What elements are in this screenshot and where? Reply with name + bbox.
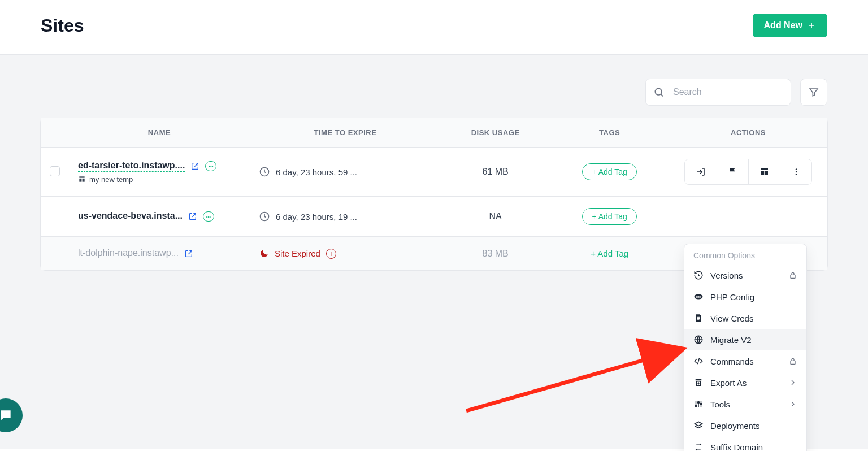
menu-item-versions[interactable]: Versions — [684, 264, 806, 286]
col-time: TIME TO EXPIRE — [250, 118, 441, 148]
menu-item-label: Tools — [710, 400, 730, 409]
chevron-right-icon — [788, 400, 797, 409]
page-title: Sites — [41, 15, 84, 36]
layout-icon — [760, 167, 770, 177]
menu-item-migrate-v2[interactable]: Migrate V2 — [684, 329, 806, 350]
filter-icon — [808, 86, 819, 98]
svg-rect-3 — [83, 179, 85, 182]
code-icon — [693, 356, 704, 366]
site-name-link[interactable]: us-vendace-beva.insta... — [78, 211, 183, 222]
template-icon — [78, 175, 86, 183]
svg-point-9 — [795, 171, 796, 172]
clock-icon — [259, 211, 270, 222]
svg-rect-12 — [791, 275, 795, 278]
disk-value: 61 MB — [482, 167, 508, 176]
svg-rect-15 — [697, 317, 700, 318]
menu-item-label: Commands — [710, 357, 754, 366]
add-tag-button[interactable]: + Add Tag — [591, 249, 628, 258]
time-value: 6 day, 23 hours, 59 ... — [276, 167, 357, 177]
table-row: ed-tarsier-teto.instawp.... ••• my new t… — [41, 148, 827, 197]
site-name-link[interactable]: lt-dolphin-nape.instawp... — [78, 248, 179, 259]
menu-header: Common Options — [684, 244, 806, 264]
doc-icon — [693, 313, 704, 323]
more-button[interactable] — [780, 159, 811, 184]
lock-icon — [788, 271, 797, 280]
menu-item-label: Versions — [710, 271, 743, 280]
col-disk: DISK USAGE — [441, 118, 550, 148]
menu-item-php-config[interactable]: phpPHP Config — [684, 286, 806, 307]
comment-icon[interactable]: ••• — [203, 211, 214, 222]
more-vertical-icon — [791, 167, 801, 177]
external-link-icon[interactable] — [188, 212, 197, 221]
svg-rect-16 — [697, 318, 700, 319]
info-icon[interactable]: i — [326, 249, 336, 259]
chevron-right-icon — [788, 378, 797, 387]
login-button[interactable] — [685, 159, 717, 184]
add-new-label: Add New — [764, 20, 802, 31]
menu-item-commands[interactable]: Commands — [684, 350, 806, 372]
chat-fab[interactable] — [0, 398, 23, 432]
deploy-icon — [693, 420, 704, 431]
svg-rect-2 — [79, 179, 81, 182]
svg-line-27 — [466, 349, 684, 411]
menu-item-label: PHP Config — [710, 292, 754, 302]
swap-icon — [693, 442, 704, 451]
comment-icon[interactable]: ••• — [205, 161, 216, 171]
disk-value: 83 MB — [482, 249, 508, 258]
table-row: us-vendace-beva.insta... ••• 6 day, 23 h… — [41, 197, 827, 237]
row-options-menu: Common Options VersionsphpPHP ConfigView… — [684, 244, 807, 451]
annotation-arrow — [458, 326, 701, 422]
php-icon: php — [693, 292, 704, 302]
svg-point-22 — [698, 402, 700, 404]
add-new-button[interactable]: Add New — [753, 14, 827, 37]
menu-item-suffix-domain[interactable]: Suffix Domain — [684, 436, 806, 451]
row-checkbox[interactable] — [50, 166, 60, 176]
login-icon — [696, 167, 706, 177]
lock-icon — [788, 357, 797, 366]
menu-item-label: View Creds — [710, 314, 753, 323]
svg-rect-7 — [765, 171, 767, 176]
menu-item-label: Suffix Domain — [710, 443, 763, 452]
menu-item-tools[interactable]: Tools — [684, 393, 806, 415]
svg-rect-1 — [79, 176, 84, 177]
export-icon — [693, 378, 704, 388]
svg-rect-20 — [696, 379, 702, 380]
expired-label: Site Expired — [275, 249, 320, 258]
svg-point-8 — [795, 168, 796, 170]
col-tags: TAGS — [550, 118, 669, 148]
col-name: NAME — [69, 118, 250, 148]
filter-button[interactable] — [800, 79, 827, 106]
svg-point-21 — [695, 405, 697, 407]
add-tag-button[interactable]: + Add Tag — [582, 163, 636, 180]
menu-item-label: Export As — [710, 378, 747, 388]
menu-item-deployments[interactable]: Deployments — [684, 415, 806, 436]
svg-text:php: php — [696, 296, 701, 298]
template-button[interactable] — [748, 159, 780, 184]
disk-value: NA — [489, 211, 501, 221]
globe-icon — [693, 335, 704, 345]
search-box — [645, 79, 791, 106]
add-tag-button[interactable]: + Add Tag — [582, 208, 636, 225]
flag-icon — [728, 167, 738, 177]
history-icon — [693, 270, 704, 280]
plus-icon — [807, 21, 816, 30]
site-sub-label: my new temp — [89, 175, 133, 184]
svg-point-10 — [795, 174, 796, 175]
search-input[interactable] — [645, 79, 791, 106]
svg-rect-6 — [761, 171, 764, 176]
svg-rect-5 — [761, 168, 768, 170]
col-actions: ACTIONS — [669, 118, 827, 148]
row-actions — [684, 159, 812, 185]
menu-item-label: Migrate V2 — [710, 335, 752, 345]
search-icon — [653, 86, 665, 98]
external-link-icon[interactable] — [184, 249, 193, 258]
svg-point-0 — [655, 88, 662, 95]
site-name-link[interactable]: ed-tarsier-teto.instawp.... — [78, 161, 185, 172]
moon-icon — [259, 249, 269, 259]
menu-item-export-as[interactable]: Export As — [684, 372, 806, 393]
external-link-icon[interactable] — [190, 162, 199, 171]
chat-icon — [0, 408, 13, 423]
flag-button[interactable] — [717, 159, 748, 184]
svg-rect-19 — [791, 361, 795, 364]
menu-item-view-creds[interactable]: View Creds — [684, 307, 806, 329]
